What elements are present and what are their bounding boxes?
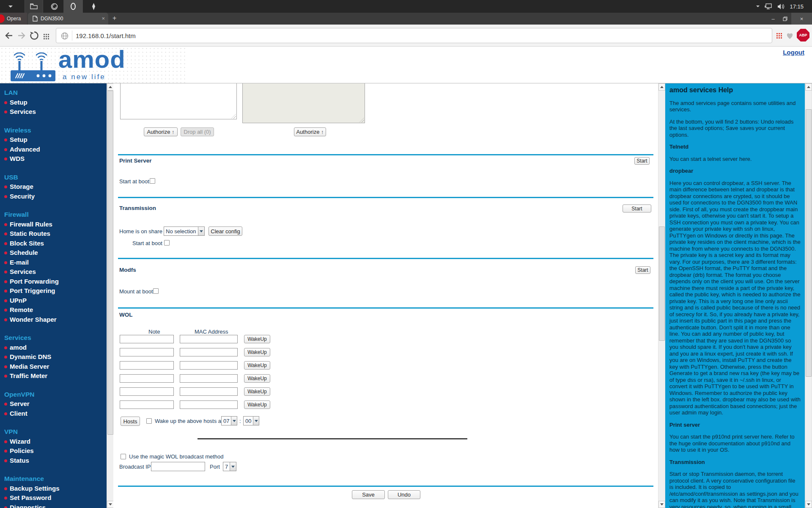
- sidebar-scrollbar[interactable]: [107, 83, 114, 508]
- authorize-right-button[interactable]: Authorize ↑: [294, 127, 326, 136]
- main-scroll-down-icon[interactable]: [658, 501, 665, 508]
- port-select[interactable]: 7: [223, 462, 236, 471]
- sidebar-item-media-server[interactable]: Media Server: [0, 362, 107, 372]
- sidebar-item-backup-settings[interactable]: Backup Settings: [0, 484, 107, 494]
- back-button[interactable]: [4, 31, 14, 40]
- panel-chevron-icon[interactable]: [8, 6, 13, 8]
- sidebar-scroll-up-icon[interactable]: [107, 83, 114, 91]
- mount-at-boot-checkbox[interactable]: [153, 288, 159, 294]
- broadcast-ip-input[interactable]: [151, 462, 205, 471]
- reload-button[interactable]: [30, 31, 39, 40]
- sidebar-item-usb-storage[interactable]: Storage: [0, 182, 107, 192]
- url-text[interactable]: 192.168.0.1/start.htm: [76, 32, 136, 39]
- sidebar-item-vpn-policies[interactable]: Policies: [0, 446, 107, 456]
- wol-note-input[interactable]: [120, 374, 174, 383]
- tab-close-icon[interactable]: ×: [102, 15, 105, 22]
- wol-note-input[interactable]: [120, 361, 174, 370]
- taskbar-firefox-button[interactable]: [47, 0, 62, 13]
- help-scroll-down-icon[interactable]: [805, 501, 812, 508]
- clear-config-button[interactable]: Clear config: [208, 226, 242, 236]
- sidebar-item-upnp[interactable]: UPnP: [0, 296, 107, 306]
- sidebar-item-email[interactable]: E-mail: [0, 258, 107, 268]
- drop-all-button[interactable]: Drop all (0): [181, 127, 214, 136]
- taskbar-file-manager-button[interactable]: [25, 0, 43, 13]
- print-server-start-at-boot-checkbox[interactable]: [150, 178, 155, 184]
- wol-mac-input[interactable]: [180, 335, 238, 343]
- sidebar-item-dynamic-dns[interactable]: Dynamic DNS: [0, 352, 107, 362]
- transmission-start-button[interactable]: Start: [623, 204, 651, 213]
- sidebar-item-remote[interactable]: Remote: [0, 305, 107, 315]
- tab-dgn3500[interactable]: DGN3500 ×: [28, 13, 108, 25]
- wakeup-button[interactable]: WakeUp: [244, 374, 270, 383]
- new-tab-button[interactable]: +: [112, 14, 116, 22]
- main-scrollbar[interactable]: [658, 83, 665, 508]
- home-share-select[interactable]: No selection: [164, 226, 205, 236]
- wake-minute-select[interactable]: 00: [243, 416, 259, 425]
- sidebar-item-vpn-status[interactable]: Status: [0, 456, 107, 466]
- authorize-left-button[interactable]: Authorize ↑: [144, 127, 178, 136]
- public-key-textarea[interactable]: [120, 83, 237, 119]
- wol-mac-input[interactable]: [180, 374, 238, 383]
- hosts-button[interactable]: Hosts: [121, 417, 140, 426]
- sidebar-item-lan-services[interactable]: Services: [0, 107, 107, 117]
- wakeup-button[interactable]: WakeUp: [244, 400, 270, 409]
- sidebar-item-openvpn-server[interactable]: Server: [0, 399, 107, 409]
- sidebar-item-firewall-rules[interactable]: Firewall Rules: [0, 220, 107, 229]
- sidebar-item-lan-setup[interactable]: Setup: [0, 98, 107, 108]
- sidebar-item-wireless-wds[interactable]: WDS: [0, 154, 107, 164]
- url-bar[interactable]: 192.168.0.1/start.htm: [56, 28, 772, 43]
- print-server-start-button[interactable]: Start: [634, 157, 650, 165]
- undo-button[interactable]: Undo: [388, 490, 420, 499]
- wol-mac-input[interactable]: [180, 400, 238, 409]
- sidebar-item-amod[interactable]: amod: [0, 343, 107, 353]
- magic-wol-checkbox[interactable]: [121, 454, 126, 459]
- window-close-button[interactable]: ×: [791, 13, 812, 25]
- sidebar-item-vpn-wizard[interactable]: Wizard: [0, 437, 107, 447]
- sidebar-item-wireless-setup[interactable]: Setup: [0, 135, 107, 145]
- forward-button[interactable]: [17, 31, 26, 40]
- sidebar-item-firewall-services[interactable]: Services: [0, 267, 107, 277]
- wol-mac-input[interactable]: [180, 361, 238, 370]
- wol-mac-input[interactable]: [180, 387, 238, 396]
- sidebar-item-usb-security[interactable]: Security: [0, 192, 107, 202]
- sidebar-item-port-forwarding[interactable]: Port Forwarding: [0, 277, 107, 287]
- wol-mac-input[interactable]: [180, 348, 238, 356]
- help-scrollbar[interactable]: [805, 83, 812, 508]
- wol-note-input[interactable]: [120, 387, 174, 396]
- sidebar-item-traffic-meter[interactable]: Traffic Meter: [0, 371, 107, 381]
- modfs-start-button[interactable]: Start: [635, 266, 650, 274]
- wakeup-button[interactable]: WakeUp: [244, 361, 270, 370]
- sidebar-item-set-password[interactable]: Set Password: [0, 493, 107, 503]
- wake-time-checkbox[interactable]: [146, 418, 152, 424]
- wol-note-input[interactable]: [120, 348, 174, 356]
- wol-note-input[interactable]: [120, 400, 174, 409]
- opera-menu-button[interactable]: Opera: [0, 13, 27, 25]
- sidebar-item-wireless-advanced[interactable]: Advanced: [0, 145, 107, 155]
- transmission-start-at-boot-checkbox[interactable]: [164, 240, 170, 246]
- wakeup-button[interactable]: WakeUp: [244, 387, 270, 396]
- wakeup-button[interactable]: WakeUp: [244, 335, 270, 343]
- sidebar-scroll-down-icon[interactable]: [107, 501, 114, 508]
- sidebar-item-schedule[interactable]: Schedule: [0, 248, 107, 258]
- adblock-plus-icon[interactable]: ABP: [797, 29, 809, 41]
- main-scroll-thumb[interactable]: [659, 226, 665, 341]
- network-icon[interactable]: [765, 3, 772, 10]
- logout-link[interactable]: Logout: [783, 49, 804, 56]
- taskbar-browser-button[interactable]: [87, 0, 100, 13]
- wol-note-input[interactable]: [120, 335, 174, 343]
- sidebar-item-block-sites[interactable]: Block Sites: [0, 239, 107, 248]
- window-restore-button[interactable]: [780, 13, 790, 25]
- authorized-keys-textarea[interactable]: [242, 83, 365, 123]
- sidebar-item-wonder-shaper[interactable]: Wonder Shaper: [0, 315, 107, 325]
- window-minimize-button[interactable]: –: [768, 13, 778, 25]
- wakeup-button[interactable]: WakeUp: [244, 348, 270, 356]
- save-button[interactable]: Save: [352, 490, 385, 499]
- volume-icon[interactable]: [777, 3, 785, 10]
- tile-menu-icon[interactable]: [44, 34, 49, 39]
- wake-hour-select[interactable]: 07: [221, 416, 237, 425]
- help-scroll-thumb[interactable]: [806, 109, 812, 377]
- help-scroll-up-icon[interactable]: [805, 83, 812, 91]
- sidebar-item-port-triggering[interactable]: Port Triggering: [0, 286, 107, 296]
- main-scroll-up-icon[interactable]: [658, 83, 665, 91]
- tray-chevron-icon[interactable]: [756, 6, 760, 7]
